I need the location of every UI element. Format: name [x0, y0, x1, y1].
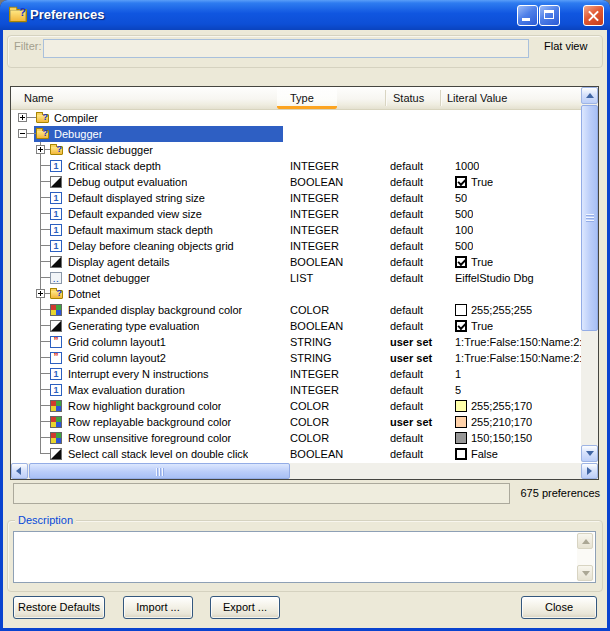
- tree-line: [40, 213, 50, 214]
- row-type: BOOLEAN: [290, 446, 385, 462]
- export-button[interactable]: Export ...: [210, 596, 280, 619]
- table-row[interactable]: Expanded display background colorCOLORde…: [11, 302, 581, 318]
- integer-icon: 1: [50, 240, 62, 252]
- table-row[interactable]: 1Max evaluation durationINTEGERdefault5: [11, 382, 581, 398]
- column-header-name[interactable]: Name: [24, 92, 53, 104]
- unchecked-checkbox-icon[interactable]: [455, 448, 467, 460]
- row-type: COLOR: [290, 398, 385, 414]
- list-icon: [50, 272, 62, 284]
- row-name: Select call stack level on double click: [68, 446, 248, 462]
- table-row[interactable]: Compiler: [11, 110, 581, 126]
- close-window-button[interactable]: [583, 5, 604, 26]
- close-button[interactable]: Close: [521, 596, 597, 619]
- tree-line: [40, 389, 50, 390]
- color-swatch[interactable]: [455, 400, 467, 412]
- row-type: INTEGER: [290, 366, 385, 382]
- column-header-status[interactable]: Status: [393, 92, 424, 104]
- table-row[interactable]: ”Grid column layout1STRINGuser set1:True…: [11, 334, 581, 350]
- tree-line: [40, 357, 50, 358]
- scroll-down-button[interactable]: [581, 445, 598, 462]
- minimize-button[interactable]: [517, 5, 538, 26]
- horizontal-scroll-thumb[interactable]: [29, 463, 290, 479]
- row-name: Debugger: [54, 126, 102, 142]
- tree-line: [40, 437, 50, 438]
- table-row[interactable]: Select call stack level on double clickB…: [11, 446, 581, 462]
- table-row[interactable]: Row replayable background colorCOLORuser…: [11, 414, 581, 430]
- title-bar[interactable]: Preferences: [0, 0, 610, 30]
- table-row[interactable]: 1Critical stack depthINTEGERdefault1000: [11, 158, 581, 174]
- tree-line: [40, 453, 50, 454]
- checked-checkbox-icon[interactable]: [455, 320, 467, 332]
- table-row[interactable]: 1Interrupt every N instructionsINTEGERde…: [11, 366, 581, 382]
- column-header-literal-value[interactable]: Literal Value: [447, 92, 507, 104]
- import-button[interactable]: Import ...: [123, 596, 193, 619]
- table-row[interactable]: 1Delay before cleaning objects gridINTEG…: [11, 238, 581, 254]
- row-name: Row replayable background color: [68, 414, 231, 430]
- tree-line: [40, 277, 50, 278]
- table-row[interactable]: Row highlight background colorCOLORdefau…: [11, 398, 581, 414]
- row-type: BOOLEAN: [290, 318, 385, 334]
- color-swatch[interactable]: [455, 432, 467, 444]
- expand-icon[interactable]: [18, 113, 27, 122]
- table-row[interactable]: Dotnet debuggerLISTdefaultEiffelStudio D…: [11, 270, 581, 286]
- row-type: INTEGER: [290, 206, 385, 222]
- row-status: default: [390, 158, 452, 174]
- row-status: default: [390, 222, 452, 238]
- scroll-left-button[interactable]: [11, 463, 28, 479]
- restore-defaults-button[interactable]: Restore Defaults: [13, 596, 105, 619]
- row-literal-value: 500: [455, 238, 473, 254]
- table-row[interactable]: Debug output evaluationBOOLEANdefaultTru…: [11, 174, 581, 190]
- checked-checkbox-icon[interactable]: [455, 176, 467, 188]
- color-swatch[interactable]: [455, 416, 467, 428]
- filter-label: Filter:: [14, 40, 42, 52]
- tree-line: [40, 181, 50, 182]
- table-row[interactable]: Classic debugger: [11, 142, 581, 158]
- header-separator[interactable]: [385, 90, 386, 106]
- table-row[interactable]: Debugger: [11, 126, 581, 142]
- table-row[interactable]: Dotnet: [11, 286, 581, 302]
- row-status: default: [390, 446, 452, 462]
- table-row[interactable]: 1Default expanded view sizeINTEGERdefaul…: [11, 206, 581, 222]
- color-swatch[interactable]: [455, 304, 467, 316]
- collapse-icon[interactable]: [18, 129, 27, 138]
- row-name: Grid column layout1: [68, 334, 166, 350]
- header-separator[interactable]: [440, 90, 441, 106]
- filter-input[interactable]: [43, 39, 529, 58]
- string-icon: ”: [50, 336, 62, 348]
- row-literal-value: 100: [455, 222, 473, 238]
- row-type: BOOLEAN: [290, 174, 385, 190]
- tree-line: [27, 133, 36, 134]
- table-row[interactable]: ”Grid column layout2STRINGuser set1:True…: [11, 350, 581, 366]
- flat-view-toggle[interactable]: Flat view: [544, 40, 600, 52]
- maximize-button[interactable]: [539, 5, 560, 26]
- row-type: STRING: [290, 334, 385, 350]
- boolean-icon: [50, 176, 62, 188]
- row-literal-value: True: [471, 174, 493, 190]
- table-row[interactable]: Generating type evaluationBOOLEANdefault…: [11, 318, 581, 334]
- row-type: BOOLEAN: [290, 254, 385, 270]
- column-header-type[interactable]: Type: [277, 87, 337, 109]
- vertical-scroll-thumb[interactable]: [581, 105, 598, 331]
- integer-icon: 1: [50, 160, 62, 172]
- vertical-scrollbar[interactable]: [581, 87, 598, 462]
- table-row[interactable]: 1Default displayed string sizeINTEGERdef…: [11, 190, 581, 206]
- row-status: user set: [390, 350, 452, 366]
- row-name: Row highlight background color: [68, 398, 221, 414]
- status-field: [13, 483, 510, 504]
- table-row[interactable]: 1Default maximum stack depthINTEGERdefau…: [11, 222, 581, 238]
- row-type: INTEGER: [290, 158, 385, 174]
- table-row[interactable]: Display agent detailsBOOLEANdefaultTrue: [11, 254, 581, 270]
- scroll-up-button[interactable]: [581, 87, 598, 104]
- expand-icon[interactable]: [36, 145, 45, 154]
- expand-icon[interactable]: [36, 289, 45, 298]
- row-name: Critical stack depth: [68, 158, 161, 174]
- row-status: default: [390, 366, 452, 382]
- horizontal-scrollbar[interactable]: [11, 463, 598, 479]
- row-type: INTEGER: [290, 238, 385, 254]
- scroll-right-button[interactable]: [581, 463, 598, 479]
- row-status: default: [390, 254, 452, 270]
- grid-header: Name Type Status Literal Value: [11, 87, 581, 110]
- table-row[interactable]: Row unsensitive foreground colorCOLORdef…: [11, 430, 581, 446]
- checked-checkbox-icon[interactable]: [455, 256, 467, 268]
- description-textarea[interactable]: [13, 531, 596, 583]
